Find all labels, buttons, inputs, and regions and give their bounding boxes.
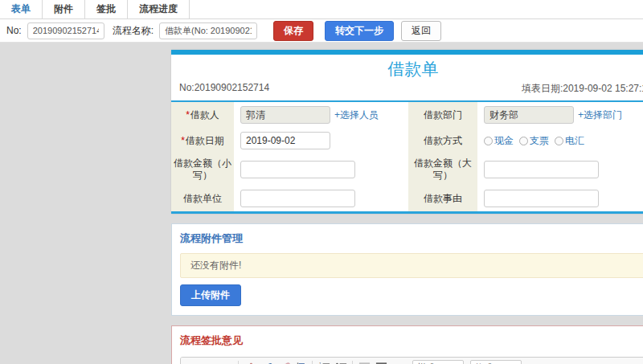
remove-format-icon — [244, 362, 256, 364]
department-label: 借款部门 — [408, 102, 477, 128]
outdent-icon — [358, 362, 371, 364]
borrow-reason-label: 借款事由 — [408, 186, 477, 211]
radio-check[interactable]: 支票 — [519, 134, 549, 148]
loan-form-card: 借款单 No:20190902152714 填表日期:2019-09-02 15… — [171, 50, 643, 214]
numbered-list-button[interactable]: 1 2 3 — [316, 359, 332, 364]
borrow-unit-label: 借款单位 — [171, 186, 234, 211]
borrow-method-label: 借款方式 — [408, 128, 477, 153]
bold-button[interactable]: B — [185, 359, 201, 364]
tab-process-progress[interactable]: 流程进度 — [128, 0, 190, 18]
amount-lower-input[interactable] — [240, 161, 355, 178]
page-title: 借款单 — [171, 55, 643, 80]
borrower-input — [240, 106, 330, 124]
department-input — [484, 106, 574, 124]
main-panel: 借款单 No:20190902152714 填表日期:2019-09-02 15… — [171, 50, 643, 364]
styles-dropdown[interactable]: 样式 ▼ — [412, 360, 464, 364]
department-field: +选择部门 — [477, 102, 643, 128]
borrow-method-radios: 现金 支票 电汇 — [484, 134, 584, 148]
radio-cash[interactable]: 现金 — [484, 134, 514, 148]
toolbar-divider — [352, 361, 353, 364]
tab-approval[interactable]: 签批 — [85, 0, 128, 18]
indent-button[interactable] — [373, 359, 389, 364]
amount-upper-input[interactable] — [484, 161, 599, 178]
top-bar: 表单 附件 签批 流程进度 No: 流程名称: 保存 转交下一步 返回 — [0, 0, 643, 43]
link-icon — [261, 362, 273, 364]
doc-fill-date: 填表日期:2019-09-02 15:27:1 — [522, 82, 643, 96]
borrow-method-field: 现金 支票 电汇 — [477, 128, 643, 153]
radio-wire-transfer[interactable]: 电汇 — [555, 134, 584, 148]
doc-meta-row: No:20190902152714 填表日期:2019-09-02 15:27:… — [171, 80, 643, 102]
radio-circle-icon[interactable] — [555, 137, 563, 145]
indent-icon — [375, 362, 387, 364]
link-button[interactable] — [259, 359, 275, 364]
strikethrough-button[interactable]: abc — [219, 359, 235, 364]
no-label: No: — [6, 25, 22, 36]
borrow-unit-field — [234, 186, 408, 211]
borrow-date-input[interactable] — [240, 132, 330, 149]
attachment-panel: 流程附件管理 还没有附件! 上传附件 — [171, 223, 643, 316]
toolbar-divider — [312, 361, 313, 364]
bulleted-list-icon — [335, 362, 347, 364]
amount-upper-label: 借款金额（大写） — [408, 153, 477, 186]
borrower-label: *借款人 — [171, 102, 234, 128]
select-department-link[interactable]: +选择部门 — [578, 108, 622, 122]
radio-circle-icon[interactable] — [519, 137, 528, 145]
toolbar-divider — [238, 361, 239, 364]
required-marker: * — [181, 135, 185, 146]
borrow-reason-field — [477, 186, 643, 211]
doc-number: No:20190902152714 — [179, 82, 269, 96]
numbered-list-icon: 1 2 3 — [318, 362, 330, 364]
blockquote-button[interactable]: ” — [390, 359, 406, 364]
approval-panel: 流程签批意见 B I abc — [171, 325, 643, 364]
tab-form[interactable]: 表单 — [0, 0, 43, 18]
next-step-button[interactable]: 转交下一步 — [325, 21, 394, 41]
unlink-icon — [278, 362, 290, 364]
borrow-reason-input[interactable] — [484, 190, 599, 207]
loan-form-table: *借款人 +选择人员 借款部门 +选择部门 *借款日期 借款方式 — [171, 102, 643, 214]
italic-button[interactable]: I — [202, 359, 218, 364]
borrower-field: +选择人员 — [234, 102, 408, 128]
amount-lower-field — [234, 153, 408, 186]
approval-panel-title: 流程签批意见 — [180, 333, 643, 348]
select-person-link[interactable]: +选择人员 — [334, 108, 379, 122]
amount-upper-field — [477, 153, 643, 186]
required-marker: * — [186, 109, 190, 121]
no-attachment-alert: 还没有附件! — [180, 253, 643, 278]
no-input[interactable] — [27, 22, 104, 39]
remove-format-button[interactable] — [242, 359, 258, 364]
flag-icon — [295, 362, 307, 364]
amount-lower-label: 借款金额（小写） — [171, 153, 234, 186]
anchor-flag-button[interactable] — [293, 359, 309, 364]
process-name-label: 流程名称: — [113, 24, 154, 38]
form-toolbar: No: 流程名称: 保存 转交下一步 返回 — [0, 19, 643, 43]
attachment-panel-title: 流程附件管理 — [180, 231, 643, 246]
tab-attachment[interactable]: 附件 — [43, 0, 85, 18]
radio-circle-icon[interactable] — [484, 137, 493, 145]
bulleted-list-button[interactable] — [333, 359, 349, 364]
borrow-date-label: *借款日期 — [171, 128, 234, 153]
tab-bar: 表单 附件 签批 流程进度 — [0, 0, 643, 19]
borrow-unit-input[interactable] — [240, 190, 355, 207]
back-button[interactable]: 返回 — [401, 21, 441, 41]
format-dropdown[interactable]: 格式 ▼ — [470, 360, 522, 364]
upload-attachment-button[interactable]: 上传附件 — [180, 284, 241, 306]
save-button[interactable]: 保存 — [273, 21, 313, 41]
editor-toolbar: B I abc — [181, 358, 643, 364]
outdent-button[interactable] — [356, 359, 372, 364]
unlink-button[interactable] — [276, 359, 292, 364]
rich-text-editor: B I abc — [180, 357, 643, 364]
process-name-input[interactable] — [159, 22, 257, 39]
borrow-date-field — [234, 128, 408, 153]
